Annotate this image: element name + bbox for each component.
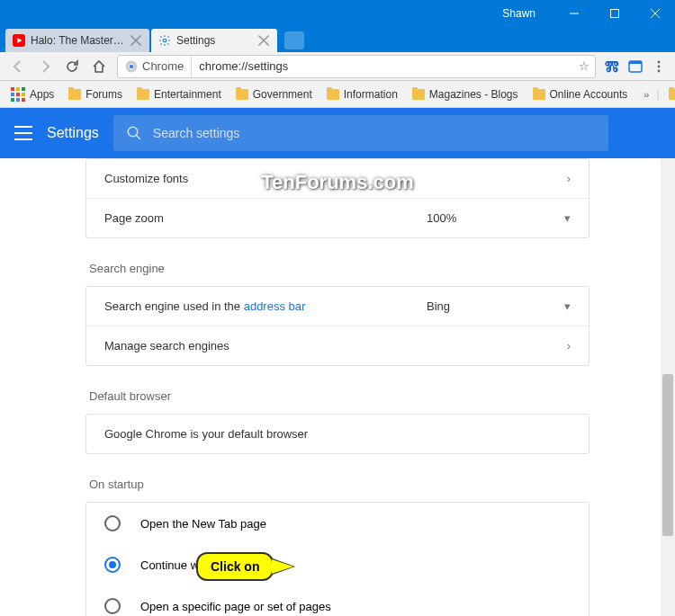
folder-icon	[137, 89, 149, 100]
bookmark-label: Online Accounts	[550, 88, 628, 101]
radio-label: Open a specific page or set of pages	[140, 600, 331, 613]
default-browser-row: Google Chrome is your default browser	[86, 415, 589, 453]
annotation-callout: Click on	[196, 552, 293, 581]
apps-shortcut[interactable]: Apps	[5, 85, 59, 104]
startup-option-newtab[interactable]: Open the New Tab page	[86, 503, 589, 544]
settings-title: Settings	[47, 125, 99, 141]
radio-button[interactable]	[104, 557, 121, 573]
svg-point-16	[658, 65, 661, 67]
apps-label: Apps	[30, 88, 54, 101]
svg-rect-1	[610, 10, 618, 18]
customize-fonts-row[interactable]: Customize fonts ›	[86, 159, 589, 198]
browser-toolbar: Chrome chrome://settings ☆ Ⰿ	[0, 52, 675, 81]
settings-content-scroll[interactable]: Customize fonts › Page zoom 100% ▾ Searc…	[0, 158, 675, 616]
new-tab-button[interactable]	[284, 31, 304, 49]
menu-button[interactable]	[14, 126, 32, 140]
bookmark-folder[interactable]: Information	[321, 85, 403, 103]
svg-point-18	[128, 127, 138, 137]
window-close-button[interactable]	[634, 0, 675, 27]
startup-option-specific[interactable]: Open a specific page or set of pages	[86, 585, 589, 616]
page-zoom-row[interactable]: Page zoom 100% ▾	[86, 198, 589, 237]
address-bar-link[interactable]: address bar	[244, 299, 306, 313]
forward-button[interactable]	[32, 54, 58, 79]
close-icon[interactable]	[130, 34, 142, 47]
chevron-right-icon: ›	[553, 339, 571, 353]
bookmarks-bar: Apps Forums Entertainment Government Inf…	[0, 81, 675, 108]
folder-icon	[236, 89, 248, 100]
bookmark-label: Magazines - Blogs	[429, 88, 518, 101]
bookmark-label: Entertainment	[154, 88, 221, 101]
window-username: Shawn	[502, 7, 554, 20]
row-label: Google Chrome is your default browser	[104, 427, 571, 441]
dropdown-caret-icon: ▾	[553, 299, 571, 313]
bookmark-folder[interactable]: Entertainment	[131, 85, 227, 103]
tab-strip: Halo: The Master Chief C Settings	[0, 27, 675, 52]
radio-button[interactable]	[104, 598, 121, 614]
scrollbar-track[interactable]	[661, 158, 675, 616]
page-zoom-value: 100%	[427, 211, 553, 225]
svg-point-12	[130, 64, 134, 68]
manage-search-engines-row[interactable]: Manage search engines ›	[86, 326, 589, 365]
svg-rect-14	[629, 61, 642, 64]
settings-header: Settings	[0, 108, 675, 158]
folder-icon	[412, 89, 425, 100]
search-icon	[126, 125, 142, 141]
folder-icon	[669, 89, 676, 100]
search-engine-value: Bing	[427, 299, 553, 313]
settings-search-box[interactable]	[113, 115, 608, 151]
bookmark-star-icon[interactable]: ☆	[573, 59, 595, 73]
tab-settings[interactable]: Settings	[151, 29, 277, 52]
reload-button[interactable]	[59, 54, 85, 79]
bookmark-folder[interactable]: Magazines - Blogs	[407, 85, 524, 103]
apps-icon	[11, 87, 25, 102]
folder-icon	[327, 89, 339, 100]
search-engine-card: Search engine used in the address bar Bi…	[86, 286, 590, 366]
other-bookmarks-button[interactable]: Other bookmarks	[663, 85, 676, 103]
radio-label: Open the New Tab page	[140, 517, 266, 531]
extension-icon[interactable]: Ⰿ	[601, 56, 623, 77]
startup-option-continue[interactable]: Continue where you left off	[86, 544, 589, 585]
bookmark-overflow-button[interactable]: »	[640, 89, 652, 100]
extension-icon[interactable]	[625, 56, 646, 77]
tab-label: Halo: The Master Chief C	[31, 34, 126, 47]
address-bar[interactable]: Chrome chrome://settings ☆	[117, 55, 596, 78]
row-label: Manage search engines	[104, 339, 553, 353]
default-browser-card: Google Chrome is your default browser	[86, 414, 590, 454]
radio-button[interactable]	[104, 515, 121, 531]
appearance-card: Customize fonts › Page zoom 100% ▾	[86, 158, 590, 238]
url-text: chrome://settings	[192, 59, 573, 73]
tab-label: Settings	[176, 34, 254, 47]
section-title-on-startup: On startup	[86, 469, 590, 502]
browser-menu-button[interactable]	[648, 56, 670, 77]
row-label: Search engine used in the address bar	[104, 299, 427, 313]
scrollbar-thumb[interactable]	[662, 374, 673, 536]
search-engine-row[interactable]: Search engine used in the address bar Bi…	[86, 287, 589, 326]
bookmark-label: Information	[344, 88, 398, 101]
close-icon[interactable]	[257, 34, 270, 47]
annotation-bubble: Click on	[196, 552, 274, 581]
back-button[interactable]	[5, 54, 31, 79]
dropdown-caret-icon: ▾	[553, 211, 571, 225]
on-startup-card: Open the New Tab page Continue where you…	[86, 502, 590, 616]
folder-icon	[533, 89, 545, 100]
settings-search-input[interactable]	[153, 126, 596, 140]
chrome-icon	[125, 60, 138, 73]
section-title-default-browser: Default browser	[86, 380, 590, 414]
bookmark-label: Forums	[86, 88, 122, 101]
section-title-search-engine: Search engine	[86, 253, 590, 286]
home-button[interactable]	[86, 54, 112, 79]
youtube-icon	[13, 34, 25, 47]
bookmark-folder[interactable]: Forums	[63, 85, 128, 103]
window-titlebar: Shawn	[0, 0, 675, 27]
window-maximize-button[interactable]	[594, 0, 634, 27]
gear-icon	[158, 34, 171, 47]
row-label: Customize fonts	[104, 172, 553, 185]
svg-point-17	[658, 69, 661, 72]
site-info-chip[interactable]: Chrome	[118, 56, 192, 77]
window-minimize-button[interactable]	[554, 0, 594, 27]
tab-youtube[interactable]: Halo: The Master Chief C	[5, 29, 149, 52]
folder-icon	[68, 89, 81, 100]
svg-point-15	[658, 60, 661, 63]
bookmark-folder[interactable]: Online Accounts	[527, 85, 634, 103]
bookmark-folder[interactable]: Government	[230, 85, 318, 103]
